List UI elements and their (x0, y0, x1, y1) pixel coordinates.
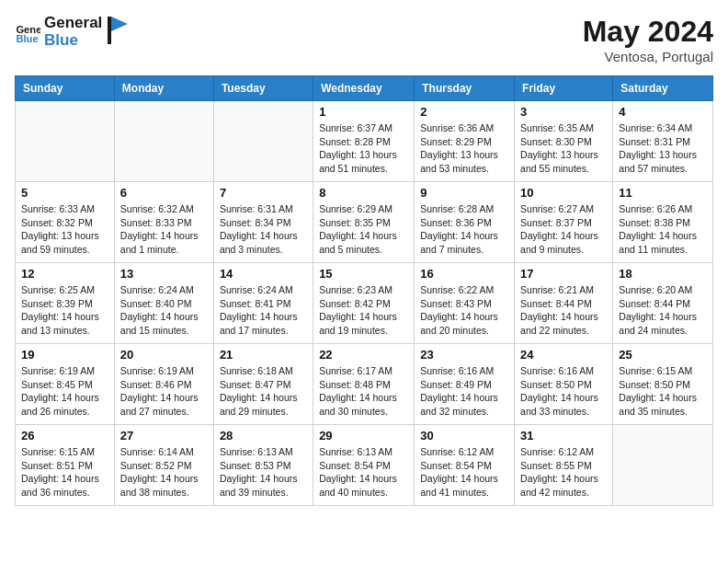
calendar-cell: 21Sunrise: 6:18 AMSunset: 8:47 PMDayligh… (213, 344, 313, 425)
logo-blue-text: Blue (44, 32, 102, 50)
calendar-cell (613, 425, 713, 506)
column-header-saturday: Saturday (613, 76, 713, 101)
day-info: Sunrise: 6:15 AMSunset: 8:50 PMDaylight:… (619, 364, 707, 419)
day-info: Sunrise: 6:29 AMSunset: 8:35 PMDaylight:… (319, 202, 408, 257)
day-info: Sunrise: 6:19 AMSunset: 8:46 PMDaylight:… (120, 364, 208, 419)
day-info: Sunrise: 6:26 AMSunset: 8:38 PMDaylight:… (619, 202, 707, 257)
calendar-cell: 23Sunrise: 6:16 AMSunset: 8:49 PMDayligh… (415, 344, 515, 425)
calendar-cell: 20Sunrise: 6:19 AMSunset: 8:46 PMDayligh… (114, 344, 213, 425)
column-header-sunday: Sunday (16, 76, 115, 101)
day-number: 31 (520, 429, 607, 442)
title-block: May 2024 Ventosa, Portugal (583, 15, 713, 64)
day-number: 4 (619, 105, 707, 119)
calendar-cell: 18Sunrise: 6:20 AMSunset: 8:44 PMDayligh… (613, 263, 713, 344)
day-info: Sunrise: 6:32 AMSunset: 8:33 PMDaylight:… (120, 202, 208, 257)
day-number: 29 (319, 429, 408, 442)
logo: General Blue General Blue (15, 15, 128, 49)
day-info: Sunrise: 6:21 AMSunset: 8:44 PMDaylight:… (520, 283, 607, 338)
calendar-cell: 7Sunrise: 6:31 AMSunset: 8:34 PMDaylight… (213, 182, 313, 263)
day-info: Sunrise: 6:24 AMSunset: 8:40 PMDaylight:… (120, 283, 208, 338)
calendar-cell: 30Sunrise: 6:12 AMSunset: 8:54 PMDayligh… (415, 425, 515, 506)
calendar-cell: 1Sunrise: 6:37 AMSunset: 8:28 PMDaylight… (313, 101, 415, 182)
logo-general-text: General (44, 15, 102, 32)
calendar-cell: 25Sunrise: 6:15 AMSunset: 8:50 PMDayligh… (613, 344, 713, 425)
day-info: Sunrise: 6:13 AMSunset: 8:54 PMDaylight:… (319, 445, 408, 500)
calendar-cell: 31Sunrise: 6:12 AMSunset: 8:55 PMDayligh… (515, 425, 613, 506)
day-info: Sunrise: 6:13 AMSunset: 8:53 PMDaylight:… (220, 445, 307, 500)
day-number: 28 (220, 429, 307, 442)
calendar-cell: 6Sunrise: 6:32 AMSunset: 8:33 PMDaylight… (114, 182, 213, 263)
day-info: Sunrise: 6:36 AMSunset: 8:29 PMDaylight:… (420, 121, 508, 176)
day-number: 5 (21, 186, 108, 200)
calendar-cell: 3Sunrise: 6:35 AMSunset: 8:30 PMDaylight… (515, 101, 613, 182)
calendar-cell: 29Sunrise: 6:13 AMSunset: 8:54 PMDayligh… (313, 425, 415, 506)
day-number: 24 (520, 348, 607, 362)
page-header: General Blue General Blue May 2024 Vento… (15, 15, 713, 64)
calendar-cell: 12Sunrise: 6:25 AMSunset: 8:39 PMDayligh… (16, 263, 115, 344)
day-info: Sunrise: 6:27 AMSunset: 8:37 PMDaylight:… (520, 202, 607, 257)
day-number: 23 (420, 348, 508, 362)
column-header-thursday: Thursday (415, 76, 515, 101)
day-number: 16 (420, 267, 508, 281)
calendar-cell: 9Sunrise: 6:28 AMSunset: 8:36 PMDaylight… (415, 182, 515, 263)
day-info: Sunrise: 6:12 AMSunset: 8:54 PMDaylight:… (420, 445, 508, 500)
day-info: Sunrise: 6:34 AMSunset: 8:31 PMDaylight:… (619, 121, 707, 176)
day-info: Sunrise: 6:19 AMSunset: 8:45 PMDaylight:… (21, 364, 108, 419)
day-number: 1 (319, 105, 408, 119)
day-info: Sunrise: 6:25 AMSunset: 8:39 PMDaylight:… (21, 283, 108, 338)
day-info: Sunrise: 6:28 AMSunset: 8:36 PMDaylight:… (420, 202, 508, 257)
column-header-wednesday: Wednesday (313, 76, 415, 101)
day-number: 8 (319, 186, 408, 200)
location-subtitle: Ventosa, Portugal (583, 49, 713, 64)
day-number: 2 (420, 105, 508, 119)
day-number: 30 (420, 429, 508, 442)
calendar-cell (16, 101, 115, 182)
calendar-cell: 28Sunrise: 6:13 AMSunset: 8:53 PMDayligh… (213, 425, 313, 506)
day-number: 17 (520, 267, 607, 281)
calendar-table: SundayMondayTuesdayWednesdayThursdayFrid… (15, 75, 713, 506)
calendar-cell: 19Sunrise: 6:19 AMSunset: 8:45 PMDayligh… (16, 344, 115, 425)
day-info: Sunrise: 6:33 AMSunset: 8:32 PMDaylight:… (21, 202, 108, 257)
day-info: Sunrise: 6:20 AMSunset: 8:44 PMDaylight:… (619, 283, 707, 338)
day-number: 20 (120, 348, 208, 362)
day-number: 12 (21, 267, 108, 281)
calendar-cell: 14Sunrise: 6:24 AMSunset: 8:41 PMDayligh… (213, 263, 313, 344)
day-info: Sunrise: 6:17 AMSunset: 8:48 PMDaylight:… (319, 364, 408, 419)
day-number: 6 (120, 186, 208, 200)
svg-rect-3 (108, 17, 111, 44)
calendar-cell: 11Sunrise: 6:26 AMSunset: 8:38 PMDayligh… (613, 182, 713, 263)
svg-marker-2 (111, 17, 128, 31)
day-info: Sunrise: 6:35 AMSunset: 8:30 PMDaylight:… (520, 121, 607, 176)
calendar-cell: 27Sunrise: 6:14 AMSunset: 8:52 PMDayligh… (114, 425, 213, 506)
calendar-cell: 10Sunrise: 6:27 AMSunset: 8:37 PMDayligh… (515, 182, 613, 263)
calendar-cell: 26Sunrise: 6:15 AMSunset: 8:51 PMDayligh… (16, 425, 115, 506)
day-info: Sunrise: 6:22 AMSunset: 8:43 PMDaylight:… (420, 283, 508, 338)
day-info: Sunrise: 6:16 AMSunset: 8:49 PMDaylight:… (420, 364, 508, 419)
day-number: 19 (21, 348, 108, 362)
column-header-tuesday: Tuesday (213, 76, 313, 101)
svg-text:Blue: Blue (16, 33, 38, 44)
day-info: Sunrise: 6:12 AMSunset: 8:55 PMDaylight:… (520, 445, 607, 500)
column-header-monday: Monday (114, 76, 213, 101)
calendar-cell: 24Sunrise: 6:16 AMSunset: 8:50 PMDayligh… (515, 344, 613, 425)
calendar-cell: 2Sunrise: 6:36 AMSunset: 8:29 PMDaylight… (415, 101, 515, 182)
month-title: May 2024 (583, 15, 713, 49)
logo-icon: General Blue (15, 19, 40, 45)
day-number: 18 (619, 267, 707, 281)
day-info: Sunrise: 6:14 AMSunset: 8:52 PMDaylight:… (120, 445, 208, 500)
day-info: Sunrise: 6:18 AMSunset: 8:47 PMDaylight:… (220, 364, 307, 419)
calendar-cell: 4Sunrise: 6:34 AMSunset: 8:31 PMDaylight… (613, 101, 713, 182)
day-info: Sunrise: 6:23 AMSunset: 8:42 PMDaylight:… (319, 283, 408, 338)
day-info: Sunrise: 6:16 AMSunset: 8:50 PMDaylight:… (520, 364, 607, 419)
day-info: Sunrise: 6:15 AMSunset: 8:51 PMDaylight:… (21, 445, 108, 500)
day-number: 26 (21, 429, 108, 442)
day-info: Sunrise: 6:31 AMSunset: 8:34 PMDaylight:… (220, 202, 307, 257)
calendar-cell: 8Sunrise: 6:29 AMSunset: 8:35 PMDaylight… (313, 182, 415, 263)
day-number: 9 (420, 186, 508, 200)
calendar-cell: 5Sunrise: 6:33 AMSunset: 8:32 PMDaylight… (16, 182, 115, 263)
calendar-cell: 13Sunrise: 6:24 AMSunset: 8:40 PMDayligh… (114, 263, 213, 344)
day-number: 21 (220, 348, 307, 362)
calendar-header-row: SundayMondayTuesdayWednesdayThursdayFrid… (16, 76, 713, 101)
logo-flag-icon (108, 17, 128, 44)
column-header-friday: Friday (515, 76, 613, 101)
